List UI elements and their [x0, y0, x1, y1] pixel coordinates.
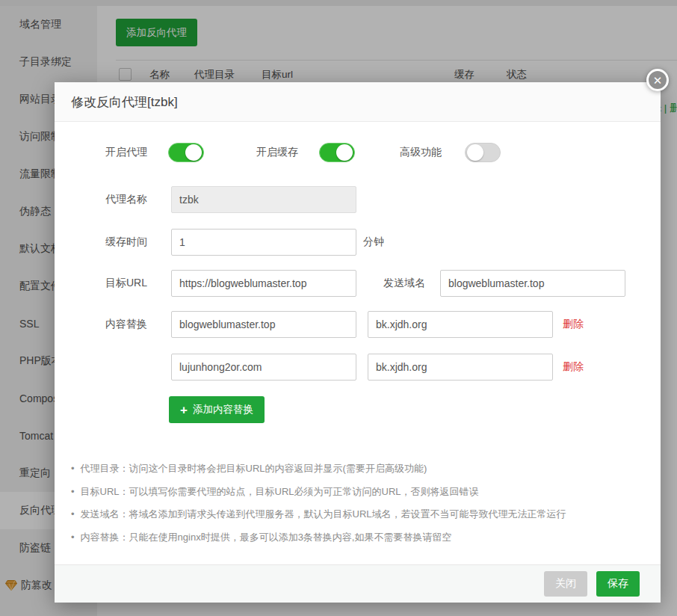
modal-footer: 关闭 保存	[55, 564, 661, 603]
cache-time-unit: 分钟	[363, 235, 384, 249]
content-replace-label: 内容替换	[105, 318, 171, 331]
delete-replace-link[interactable]: 删除	[563, 318, 584, 331]
tip-target-url: 目标URL：可以填写你需要代理的站点，目标URL必须为可正常访问的URL，否则将…	[71, 481, 646, 504]
enable-cache-toggle[interactable]	[319, 143, 355, 162]
delete-replace-link[interactable]: 删除	[563, 360, 584, 374]
toggles-row: 开启代理 开启缓存 高级功能	[105, 142, 501, 163]
content-replace-row: 内容替换 删除	[105, 311, 584, 338]
toggle-knob	[185, 144, 202, 161]
enable-cache-label: 开启缓存	[256, 146, 319, 159]
replace-from-input[interactable]	[171, 354, 356, 381]
enable-proxy-toggle[interactable]	[168, 143, 204, 162]
toggle-knob	[467, 144, 483, 161]
send-domain-label: 发送域名	[383, 277, 440, 290]
add-content-replace-label: 添加内容替换	[193, 403, 253, 416]
replace-from-input[interactable]	[171, 311, 356, 338]
close-icon[interactable]: ✕	[646, 69, 669, 91]
close-button[interactable]: 关闭	[544, 571, 587, 597]
advanced-label: 高级功能	[400, 146, 465, 159]
modal-title: 修改反向代理[tzbk]	[71, 93, 178, 111]
tip-proxy-dir: 代理目录：访问这个目录时将会把目标URL的内容返回并显示(需要开启高级功能)	[71, 458, 646, 481]
plus-icon: +	[180, 404, 188, 416]
replace-to-input[interactable]	[368, 354, 553, 381]
tip-send-domain: 发送域名：将域名添加到请求头传递到代理服务器，默认为目标URL域名，若设置不当可…	[71, 503, 646, 526]
enable-proxy-label: 开启代理	[105, 146, 168, 159]
send-domain-input[interactable]	[440, 270, 625, 297]
save-button[interactable]: 保存	[596, 571, 640, 597]
cache-time-input[interactable]	[171, 229, 356, 256]
edit-reverse-proxy-modal: ✕ 修改反向代理[tzbk] 开启代理 开启缓存 高级功能 代理名称 缓存时间 …	[55, 82, 661, 603]
proxy-name-input[interactable]	[171, 186, 356, 213]
proxy-name-row: 代理名称	[105, 186, 356, 213]
proxy-name-label: 代理名称	[105, 193, 171, 206]
replace-to-input[interactable]	[368, 311, 553, 338]
advanced-toggle[interactable]	[465, 143, 501, 162]
cache-time-label: 缓存时间	[105, 235, 171, 249]
modal-header: 修改反向代理[tzbk]	[55, 82, 661, 122]
toggle-knob	[336, 144, 353, 161]
target-url-row: 目标URL 发送域名	[105, 270, 625, 297]
tip-content-replace: 内容替换：只能在使用nginx时提供，最多可以添加3条替换内容,如果不需要替换请…	[71, 526, 646, 549]
cache-time-row: 缓存时间 分钟	[105, 229, 384, 256]
add-content-replace-button[interactable]: + 添加内容替换	[169, 396, 265, 423]
help-tips: 代理目录：访问这个目录时将会把目标URL的内容返回并显示(需要开启高级功能) 目…	[71, 458, 646, 549]
target-url-input[interactable]	[171, 270, 356, 297]
content-replace-row: 删除	[105, 354, 584, 381]
target-url-label: 目标URL	[105, 277, 171, 290]
